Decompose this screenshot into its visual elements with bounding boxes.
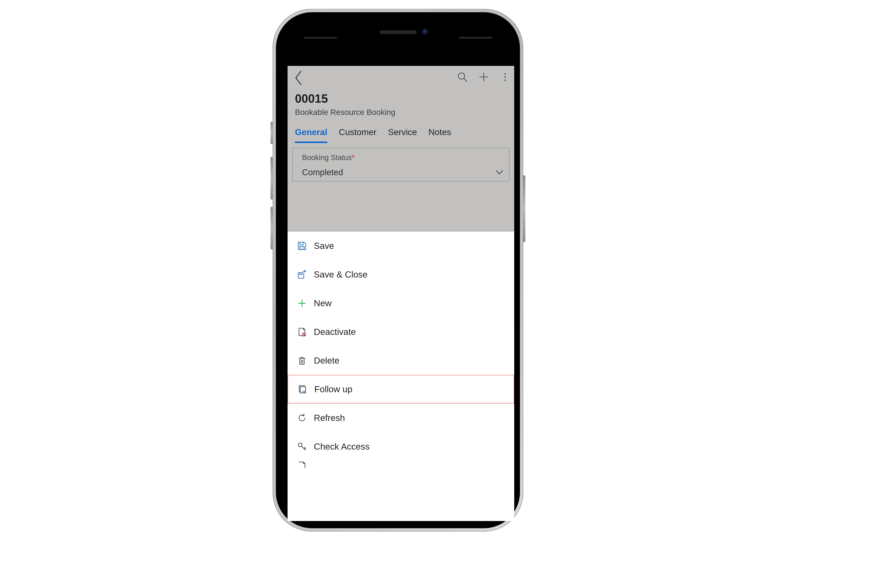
menu-label: Delete xyxy=(314,356,340,366)
tabs: General Customer Service Notes xyxy=(288,117,514,143)
tab-customer[interactable]: Customer xyxy=(339,127,376,143)
dot-icon xyxy=(504,73,506,75)
menu-label: Check Access xyxy=(314,441,370,452)
required-indicator: * xyxy=(352,153,355,162)
menu-label: Deactivate xyxy=(314,327,356,337)
phone-frame: 00015 Bookable Resource Booking General … xyxy=(273,9,523,532)
menu-save-close[interactable]: Save & Close xyxy=(288,260,514,289)
booking-status-field[interactable]: Booking Status* Completed xyxy=(292,148,510,182)
dot-icon xyxy=(504,80,506,81)
menu-item-cutoff xyxy=(288,461,514,468)
menu-delete[interactable]: Delete xyxy=(288,346,514,375)
save-close-icon xyxy=(297,270,307,279)
speaker-grill-right-icon xyxy=(459,37,492,39)
menu-label: Follow up xyxy=(314,384,352,394)
tab-general[interactable]: General xyxy=(295,127,327,143)
field-label-text: Booking Status xyxy=(302,153,352,162)
document-icon xyxy=(297,461,307,468)
plus-icon xyxy=(297,298,307,308)
menu-follow-up[interactable]: Follow up xyxy=(288,375,514,404)
menu-label: New xyxy=(314,298,331,308)
tab-notes[interactable]: Notes xyxy=(429,127,451,143)
speaker-grill-left-icon xyxy=(304,37,337,39)
page-title: 00015 xyxy=(288,92,514,105)
menu-label: Save & Close xyxy=(314,269,368,280)
field-value: Completed xyxy=(302,167,343,177)
menu-refresh[interactable]: Refresh xyxy=(288,404,514,432)
page-subtitle: Bookable Resource Booking xyxy=(288,105,514,117)
menu-label: Refresh xyxy=(314,413,345,423)
follow-up-icon xyxy=(298,384,307,394)
front-camera-icon xyxy=(422,29,428,35)
svg-rect-1 xyxy=(300,242,303,245)
svg-rect-3 xyxy=(299,273,302,274)
search-icon xyxy=(457,71,468,82)
menu-check-access[interactable]: Check Access xyxy=(288,432,514,461)
menu-label: Save xyxy=(314,241,334,251)
refresh-icon xyxy=(297,413,307,423)
menu-deactivate[interactable]: Deactivate xyxy=(288,318,514,346)
trash-icon xyxy=(297,356,307,365)
mute-switch xyxy=(271,122,273,144)
svg-rect-2 xyxy=(300,246,304,250)
volume-down-button xyxy=(271,207,273,249)
add-button[interactable] xyxy=(478,71,489,82)
field-label: Booking Status* xyxy=(302,153,504,162)
dot-icon xyxy=(504,76,506,78)
power-button xyxy=(523,176,525,242)
volume-up-button xyxy=(271,157,273,200)
tab-service[interactable]: Service xyxy=(388,127,417,143)
deactivate-icon xyxy=(297,327,307,337)
back-button[interactable] xyxy=(293,71,304,84)
chevron-left-icon xyxy=(293,70,304,86)
earpiece-speaker-icon xyxy=(379,30,417,34)
search-button[interactable] xyxy=(457,71,468,82)
overflow-menu-button[interactable] xyxy=(499,71,511,82)
menu-save[interactable]: Save xyxy=(288,231,514,260)
chevron-down-icon xyxy=(495,170,504,175)
save-icon xyxy=(297,241,307,251)
app-screen: 00015 Bookable Resource Booking General … xyxy=(288,66,514,521)
plus-icon xyxy=(478,71,489,82)
menu-new[interactable]: New xyxy=(288,289,514,318)
action-sheet: Save Save & Close xyxy=(288,231,514,521)
key-icon xyxy=(297,442,307,452)
